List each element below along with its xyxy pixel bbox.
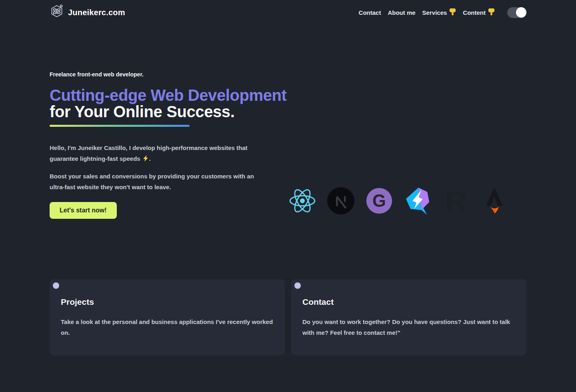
contact-card-body: Do you want to work together? Do you hav…	[302, 316, 515, 338]
nav-item-content[interactable]: Content	[463, 8, 495, 17]
nav-item-label: Content	[463, 9, 486, 16]
gradient-divider	[50, 125, 190, 127]
hero-paragraph-1-period: .	[149, 155, 151, 162]
hero-tagline: Freelance front-end web developer.	[50, 71, 287, 78]
pointing-down-emoji-icon	[488, 8, 495, 17]
nav-item-about-me[interactable]: About me	[388, 9, 415, 16]
nav-item-label: Contact	[359, 9, 381, 16]
pointing-down-emoji-icon	[449, 8, 456, 17]
feature-cards: Projects Take a look at the personal and…	[50, 279, 526, 356]
brand-name: Juneikerc.com	[68, 8, 125, 17]
svg-text:G: G	[372, 191, 386, 210]
navbar: Juneikerc.com Contact About me Services …	[50, 0, 526, 20]
theme-toggle-knob	[516, 7, 526, 18]
remix-letter: R	[445, 187, 467, 214]
hero-section: Freelance front-end web developer. Cutti…	[50, 71, 526, 219]
lightning-bolt-emoji-icon	[143, 156, 148, 163]
card-dot	[53, 282, 59, 289]
nav-item-contact[interactable]: Contact	[359, 9, 381, 16]
hero-title: Cutting-edge Web Development for Your On…	[50, 87, 287, 120]
projects-card-title: Projects	[61, 297, 274, 307]
projects-card[interactable]: Projects Take a look at the personal and…	[50, 279, 285, 356]
remix-logo-icon: R	[442, 187, 470, 215]
tech-stack-logos: G R	[288, 187, 526, 215]
hero-paragraph-1: Hello, I'm Juneiker Castillo, I develop …	[50, 143, 260, 165]
nav-item-label: Services	[422, 9, 447, 16]
theme-toggle[interactable]	[507, 7, 526, 18]
contact-card-title: Contact	[302, 297, 515, 307]
gatsby-logo-icon: G	[365, 187, 393, 215]
card-dot	[294, 282, 301, 289]
nav-item-services[interactable]: Services	[422, 8, 456, 17]
hero-title-accent: Cutting-edge Web Development	[50, 86, 287, 104]
contact-card[interactable]: Contact Do you want to work together? Do…	[291, 279, 526, 356]
nav-item-label: About me	[388, 9, 415, 16]
brand[interactable]: Juneikerc.com	[50, 4, 125, 21]
qwik-logo-icon	[404, 187, 432, 215]
brand-logo-icon	[50, 4, 64, 21]
projects-card-body: Take a look at the personal and business…	[61, 316, 274, 338]
cta-button[interactable]: Let's start now!	[50, 202, 117, 219]
hero-title-main: for Your Online Success.	[50, 103, 234, 120]
react-logo-icon	[288, 187, 316, 215]
main-nav: Contact About me Services Content	[359, 7, 526, 18]
astro-logo-icon	[480, 187, 508, 215]
hero-paragraph-1-text: Hello, I'm Juneiker Castillo, I develop …	[50, 144, 248, 162]
hero-paragraph-2: Boost your sales and conversions by prov…	[50, 171, 260, 192]
nextjs-logo-icon	[327, 187, 355, 215]
